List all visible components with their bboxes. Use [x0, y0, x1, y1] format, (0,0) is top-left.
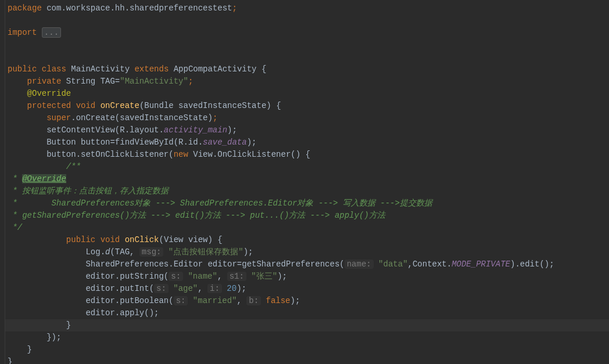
keyword-extends: extends	[134, 64, 169, 74]
log-args: (TAG,	[110, 247, 139, 257]
code-area[interactable]: package com.workspace.hh.sharedpreferenc…	[5, 0, 609, 364]
call-putstring: editor.putString(	[85, 272, 169, 281]
super-class: AppCompatActivity	[169, 64, 261, 74]
type-string: String	[61, 77, 100, 86]
string-lit: "age"	[169, 284, 198, 293]
context-arg: ,Context.	[408, 260, 452, 269]
annotation-override: @Override	[27, 89, 71, 98]
keyword-public: public	[8, 64, 37, 74]
editor-decl: SharedPreferences.Editor editor=getShare…	[85, 260, 344, 269]
brace: {	[217, 235, 222, 244]
param-hint-name: name:	[345, 260, 374, 269]
package-name: com.workspace.hh.sharedpreferencestest	[42, 3, 232, 13]
string-lit: "data"	[374, 260, 408, 269]
param-hint-s1: s1:	[227, 272, 246, 281]
param-hint-b: b:	[246, 296, 261, 305]
keyword-void: void	[76, 101, 96, 110]
res-activity-main: activity_main	[164, 125, 227, 135]
param-hint-msg: msg:	[139, 247, 164, 257]
keyword-new: new	[174, 150, 188, 159]
log-class: Log.	[85, 247, 105, 257]
semicolon: ;	[188, 77, 193, 86]
method-oncreate: onCreate	[101, 101, 139, 110]
keyword-class: class	[42, 64, 66, 74]
call-putboolean: editor.putBoolean(	[85, 296, 173, 305]
string-lit: "张三"	[246, 272, 277, 281]
keyword-import: import	[8, 28, 37, 37]
brace: {	[306, 150, 310, 159]
brace: }	[8, 357, 12, 364]
semicolon: ;	[213, 113, 217, 122]
string-lit: "MainActivity"	[120, 77, 188, 86]
paren-semi: );	[237, 284, 246, 293]
keyword-false: false	[261, 296, 290, 305]
string-lit: "点击按钮保存数据"	[163, 247, 243, 257]
call-setonclick: button.setOnClickListener(	[46, 150, 173, 159]
import-collapsed[interactable]: ...	[42, 27, 61, 38]
listener-type: View.OnClickListener()	[188, 150, 306, 159]
keyword-package: package	[8, 3, 42, 13]
call: .onCreate(savedInstanceState)	[71, 113, 213, 122]
param-hint-s: s:	[154, 284, 169, 293]
param-hint-i: i:	[207, 284, 222, 293]
doc-override-tag: @Override	[22, 174, 66, 183]
param-hint-s: s:	[174, 296, 188, 305]
paren-semi: );	[227, 125, 237, 135]
call-setcontentview: setContentView(R.layout.	[46, 125, 164, 135]
close-listener: });	[46, 333, 61, 342]
editor-gutter	[0, 0, 5, 364]
comma: ,	[198, 284, 207, 293]
doc-line: *	[8, 174, 22, 183]
doc-line: * getSharedPreferences()方法 ---> edit()方法…	[8, 211, 385, 220]
brace: }	[66, 320, 71, 330]
keyword-void: void	[101, 235, 120, 244]
paren-semi: );	[247, 138, 257, 147]
call-putint: editor.putInt(	[85, 284, 154, 293]
semicolon: ;	[232, 3, 237, 13]
doc-start: /**	[66, 162, 81, 171]
paren-semi: );	[277, 272, 287, 281]
brace: {	[276, 101, 281, 110]
paren-semi: );	[243, 247, 253, 257]
params: (Bundle savedInstanceState)	[139, 101, 276, 110]
comma: ,	[237, 296, 246, 305]
keyword-private: private	[27, 77, 62, 86]
doc-line: * 按钮监听事件：点击按钮，存入指定数据	[8, 186, 169, 196]
doc-end: */	[8, 223, 22, 232]
method-onclick: onClick	[125, 235, 159, 244]
mode-private: MODE_PRIVATE	[452, 260, 510, 269]
call-apply: editor.apply();	[85, 308, 159, 318]
code-editor[interactable]: package com.workspace.hh.sharedpreferenc…	[0, 0, 609, 364]
doc-line: * SharedPreferences对象 ---> SharedPrefere…	[8, 199, 432, 208]
params: (View view)	[159, 235, 217, 244]
string-lit: "married"	[188, 296, 237, 305]
keyword-protected: protected	[27, 101, 71, 110]
res-save-data: save_data	[203, 138, 247, 147]
paren-semi: );	[291, 296, 300, 305]
param-hint-s: s:	[169, 272, 183, 281]
field-tag: TAG=	[101, 77, 120, 86]
string-lit: "name"	[183, 272, 217, 281]
brace: }	[27, 345, 32, 354]
comma: ,	[217, 272, 227, 281]
keyword-super: super	[46, 113, 71, 122]
button-decl: Button button=findViewById(R.id.	[46, 138, 203, 147]
edit-call: ).edit();	[510, 260, 554, 269]
brace: {	[261, 64, 266, 74]
number-lit: 20	[222, 284, 237, 293]
keyword-public: public	[66, 235, 95, 244]
class-name: MainActivity	[66, 64, 135, 74]
